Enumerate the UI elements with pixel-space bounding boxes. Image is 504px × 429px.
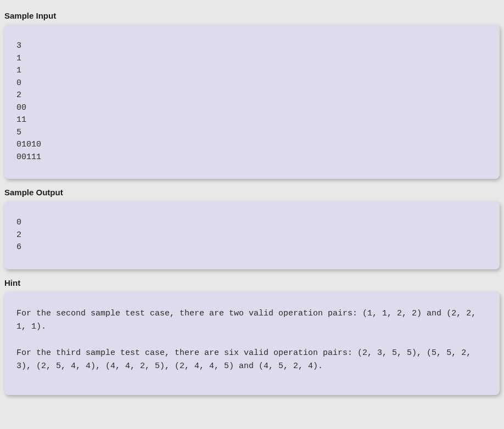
sample-input-content: 3 1 1 0 2 00 11 5 01010 00111 [16,40,488,163]
hint-box: For the second sample test case, there a… [4,292,500,395]
sample-output-box: 0 2 6 [4,201,500,269]
sample-input-box: 3 1 1 0 2 00 11 5 01010 00111 [4,25,500,179]
sample-output-content: 0 2 6 [16,217,488,254]
sample-input-heading: Sample Input [4,11,500,20]
hint-content: For the second sample test case, there a… [16,307,488,373]
hint-heading: Hint [4,278,500,287]
sample-output-heading: Sample Output [4,188,500,197]
